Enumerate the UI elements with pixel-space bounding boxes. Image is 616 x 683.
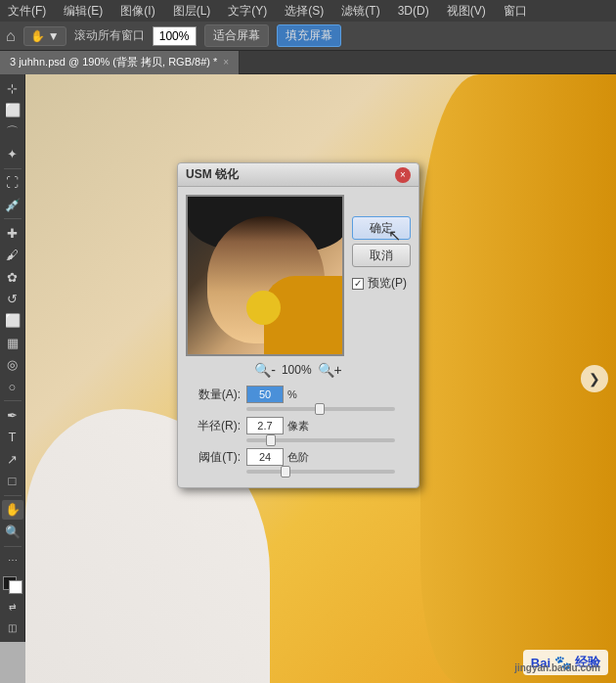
radius-slider-thumb[interactable] [266, 434, 276, 446]
baidu-domain: jingyan.baidu.com [514, 662, 600, 673]
tool-separator-5 [4, 546, 22, 547]
threshold-slider-row [186, 470, 411, 474]
zoom-in-icon[interactable]: 🔍+ [318, 362, 342, 378]
foreground-color[interactable] [3, 576, 22, 595]
quick-mask-icon[interactable]: ◫ [2, 618, 23, 638]
pen-tool[interactable]: ✒ [2, 405, 23, 425]
radius-row: 半径(R): 像素 [186, 417, 411, 434]
menu-item-text[interactable]: 文字(Y) [224, 1, 271, 22]
zoom-tool[interactable]: 🔍 [2, 522, 23, 541]
eraser-tool[interactable]: ⬜ [2, 311, 23, 331]
menu-bar: 文件(F) 编辑(E) 图像(I) 图层(L) 文字(Y) 选择(S) 滤镜(T… [0, 0, 616, 22]
threshold-slider-thumb[interactable] [281, 466, 290, 478]
menu-item-image[interactable]: 图像(I) [116, 1, 158, 22]
marquee-tool[interactable]: ⬜ [2, 100, 23, 119]
menu-item-view[interactable]: 视图(V) [443, 1, 490, 22]
home-icon[interactable]: ⌂ [6, 27, 16, 45]
next-arrow-btn[interactable]: ❯ [581, 365, 608, 392]
history-tool[interactable]: ↺ [2, 289, 23, 308]
threshold-unit: 色阶 [287, 450, 309, 465]
clone-tool[interactable]: ✿ [2, 267, 23, 287]
usm-content: 确定 取消 预览(P) ↖ 🔍- 100% 🔍+ 数量(A): % [178, 187, 418, 487]
hand-dropdown-icon: ▼ [48, 29, 60, 43]
radius-input[interactable] [246, 417, 284, 434]
shape-tool[interactable]: □ [2, 471, 23, 490]
tab-close-btn[interactable]: × [223, 57, 229, 68]
magic-wand-tool[interactable]: ✦ [2, 144, 23, 163]
blur-tool[interactable]: ◎ [2, 355, 23, 375]
zoom-level: 100% [282, 363, 312, 377]
menu-item-window[interactable]: 窗口 [500, 1, 531, 22]
text-tool[interactable]: T [2, 428, 23, 447]
hand-icon: ✋ [30, 29, 45, 43]
radius-slider-row [186, 438, 411, 442]
eyedropper-tool[interactable]: 💉 [2, 195, 23, 214]
tool-separator-3 [4, 400, 22, 401]
healing-tool[interactable]: ✚ [2, 223, 23, 243]
canvas-area: ❯ USM 锐化 × 确定 取消 预览(P) [25, 74, 616, 683]
menu-item-file[interactable]: 文件(F) [4, 1, 50, 22]
tool-separator-4 [4, 495, 22, 496]
tool-separator-1 [4, 168, 22, 169]
radius-label: 半径(R): [186, 418, 246, 434]
tool-separator-2 [4, 218, 22, 219]
path-select-tool[interactable]: ↗ [2, 449, 23, 469]
fit-screen-btn[interactable]: 适合屏幕 [204, 24, 269, 47]
brush-tool[interactable]: 🖌 [2, 246, 23, 265]
radius-slider[interactable] [246, 438, 395, 442]
menu-item-edit[interactable]: 编辑(E) [60, 1, 107, 22]
gradient-tool[interactable]: ▦ [2, 333, 23, 352]
move-tool[interactable]: ⊹ [2, 78, 23, 98]
threshold-label: 阈值(T): [186, 449, 246, 466]
toolbar: ⌂ ✋ ▼ 滚动所有窗口 适合屏幕 填充屏幕 [0, 22, 616, 51]
preview-fruit [246, 291, 281, 325]
usm-title: USM 锐化 [186, 166, 239, 183]
tab-bar: 3 juhhn.psd @ 190% (背景 拷贝, RGB/8#) * × [0, 51, 616, 74]
usm-cancel-btn[interactable]: 取消 [352, 244, 411, 267]
scroll-windows-btn[interactable]: 滚动所有窗口 [74, 27, 145, 44]
toolbox: ⊹ ⬜ ⌒ ✦ ⛶ 💉 ✚ 🖌 ✿ ↺ ⬜ ▦ ◎ ○ ✒ T ↗ □ ✋ 🔍 … [0, 74, 25, 642]
usm-close-btn[interactable]: × [395, 167, 411, 183]
hand-tool[interactable]: ✋ [2, 500, 23, 520]
usm-titlebar[interactable]: USM 锐化 × [178, 163, 418, 187]
usm-zoom-controls: 🔍- 100% 🔍+ [186, 362, 411, 378]
swap-colors-icon[interactable]: ⇄ [2, 596, 23, 615]
zoom-out-icon[interactable]: 🔍- [254, 362, 276, 378]
dodge-tool[interactable]: ○ [2, 377, 23, 396]
radius-unit: 像素 [287, 419, 309, 433]
threshold-slider[interactable] [246, 470, 395, 474]
menu-item-layer[interactable]: 图层(L) [169, 1, 215, 22]
more-tools[interactable]: ⋯ [2, 550, 23, 569]
amount-row: 数量(A): % [186, 386, 411, 403]
usm-buttons-panel: 确定 取消 预览(P) ↖ [352, 216, 411, 292]
threshold-input[interactable] [246, 448, 284, 466]
menu-item-3d[interactable]: 3D(D) [394, 2, 433, 20]
usm-dialog: USM 锐化 × 确定 取消 预览(P) ↖ [177, 162, 419, 488]
amount-label: 数量(A): [186, 387, 246, 403]
tab-title: 3 juhhn.psd @ 190% (背景 拷贝, RGB/8#) * [10, 55, 217, 69]
amount-slider[interactable] [246, 407, 395, 411]
menu-item-select[interactable]: 选择(S) [281, 1, 328, 22]
amount-slider-row [186, 407, 411, 411]
menu-item-filter[interactable]: 滤镜(T) [337, 1, 383, 22]
document-tab[interactable]: 3 juhhn.psd @ 190% (背景 拷贝, RGB/8#) * × [0, 51, 240, 74]
hand-tool-btn[interactable]: ✋ ▼ [23, 26, 66, 46]
usm-confirm-btn[interactable]: 确定 [352, 216, 411, 240]
crop-tool[interactable]: ⛶ [2, 172, 23, 192]
amount-unit: % [287, 388, 297, 400]
usm-preview-image[interactable] [186, 195, 344, 356]
amount-slider-thumb[interactable] [315, 403, 325, 415]
baidu-watermark: Bai 🐾 经验 jingyan.baidu.com [523, 650, 608, 675]
usm-preview-check[interactable]: 预览(P) [352, 275, 411, 292]
lasso-tool[interactable]: ⌒ [2, 122, 23, 142]
preview-label: 预览(P) [368, 275, 407, 292]
preview-checkbox[interactable] [352, 278, 364, 290]
threshold-row: 阈值(T): 色阶 [186, 448, 411, 466]
fill-screen-btn[interactable]: 填充屏幕 [277, 24, 341, 47]
zoom-input[interactable] [153, 26, 197, 46]
amount-input[interactable] [246, 386, 284, 403]
